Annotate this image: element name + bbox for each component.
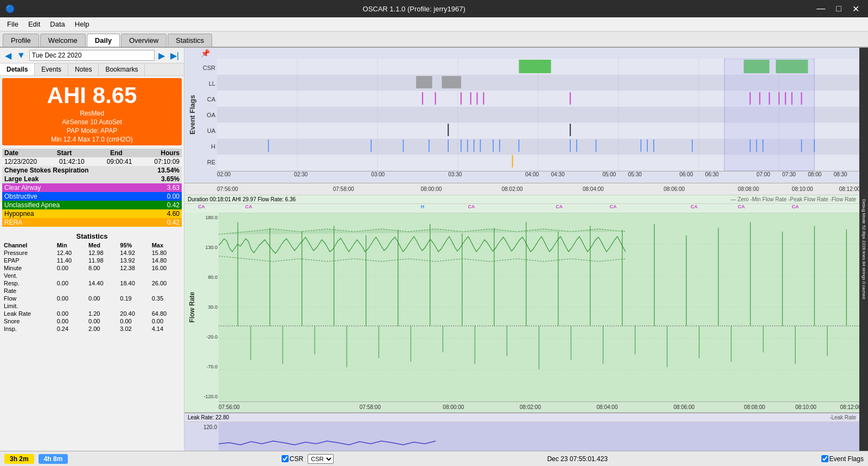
event-flags-body: Event Flags CSR LL CA OA UA H RE [184,59,859,171]
app-icon: 🔵 [5,4,15,13]
session-end: 09:00:41 [107,158,132,165]
tab-overview[interactable]: Overview [121,34,167,47]
zoom-time-1: 07:58:00 [333,186,354,192]
close-button[interactable]: ✕ [849,3,863,15]
zoom-time-4: 08:04:00 [583,186,604,192]
hyp-label: Hypopnea [4,210,34,218]
oa-value: 0.00 [167,193,180,200]
ef-label-ca: CA [200,96,217,103]
session-start: 01:42:10 [59,158,85,165]
table-row: Limit. [2,302,182,310]
subtab-details[interactable]: Details [0,63,35,75]
table-row: Minute0.008.0012.3816.00 [2,264,182,272]
ll-label: Large Leak [4,175,39,183]
status-timestamp: Dec 23 07:55:01.423 [547,455,608,463]
flow-t-2: 08:00:00 [443,404,464,410]
next-date-button[interactable]: ▶ [157,50,167,61]
chart-top-bar: 📌 [184,48,859,59]
flow-ylabel: Flow Rate [184,213,200,401]
ef-time-9: 06:30 [705,171,719,177]
leak-rate-label: Leak Rate: 22.80 [188,414,229,420]
zoom-time-5: 08:06:00 [663,186,685,192]
ef-time-5: 04:30 [551,171,565,177]
csr-dropdown[interactable]: CSR [308,454,334,464]
window-controls: — □ ✕ [813,3,863,15]
table-row: Insp.0.242.003.024.14 [2,325,182,333]
csr-checkbox-label[interactable]: CSR [282,455,303,463]
statusbar: 3h 2m 4h 8m CSR CSR Dec 23 07:55:01.423 … [0,451,868,466]
tab-daily[interactable]: Daily [87,34,120,47]
pin-icon: 📌 [201,49,210,58]
leak-chart: Leak Rate: 22.80 -Leak Rate 120.0 [184,413,859,451]
ef-label-csr: CSR [200,65,217,71]
menu-help[interactable]: Help [71,19,94,29]
zoom-time-8: 08:12:00 [839,186,859,192]
date-input[interactable] [29,50,155,61]
flow-t-4: 08:04:00 [597,404,618,410]
flow-t-6: 08:08:00 [744,404,765,410]
status-center: CSR CSR [282,454,334,464]
menu-data[interactable]: Data [46,19,69,29]
session-hours: 07:10:09 [154,158,180,165]
main-container: ◀ ▼ ▶ ▶| Details Events Notes Bookmarks … [0,48,868,451]
minimize-button[interactable]: — [813,3,828,15]
ef-row-labels: CSR LL CA OA UA H RE [200,59,217,171]
event-ll: Large Leak 3.65% [2,175,182,183]
tab-profile[interactable]: Profile [3,34,39,47]
subtab-bookmarks[interactable]: Bookmarks [99,63,145,75]
leak-y-top: 120.0 [203,424,217,430]
flow-legend: — Zero -Min Flow Rate -Peak Flow Rate -F… [731,196,856,202]
menu-file[interactable]: File [3,19,23,29]
ef-time-12: 08:00 [808,171,821,177]
main-tabbar: Profile Welcome Daily Overview Statistic… [0,31,868,48]
event-flags-checkbox[interactable] [821,455,828,462]
hyp-value: 4.60 [167,210,180,218]
svg-rect-7 [519,60,551,73]
event-flags-label: Event Flags [829,455,864,463]
ef-time-8: 06:00 [679,171,693,177]
flow-t-7: 08:10:00 [795,404,816,410]
csr-checkbox[interactable] [282,455,289,462]
ef-time-1: 02:30 [294,171,308,177]
h-mark-1: H [420,204,424,209]
date-dropdown-button[interactable]: ▼ [15,50,27,60]
svg-rect-11 [442,76,461,88]
tab-welcome[interactable]: Welcome [40,34,86,47]
rera-value: 0.42 [167,219,180,226]
end-header: End [110,149,123,157]
flow-y-axis-label: Flow Rate [188,292,196,323]
ef-label-re: RE [200,159,217,165]
leak-chart-body: 120.0 [184,422,859,451]
ahi-value: AHI 8.65 [4,82,180,108]
zoom-time-3: 08:02:00 [502,186,523,192]
event-flags-label: Event Flags [188,95,196,135]
svg-rect-12 [724,59,814,171]
ca-mark-4: CA [556,204,563,209]
table-row: Snore0.000.000.000.00 [2,317,182,325]
session-header: Date Start End Hours [2,149,182,157]
subtab-events[interactable]: Events [35,63,68,75]
last-date-button[interactable]: ▶| [169,50,181,61]
table-row: Resp.0.0014.4018.4026.00 [2,279,182,287]
event-flags-checkbox-label[interactable]: Event Flags [821,455,864,463]
maximize-button[interactable]: □ [833,3,845,15]
menu-edit[interactable]: Edit [24,19,44,29]
badge-4h8m: 4h 8m [39,454,68,464]
prev-date-button[interactable]: ◀ [3,50,13,61]
tab-statistics[interactable]: Statistics [168,34,212,47]
menubar: File Edit Data Help [0,17,868,31]
subtab-notes[interactable]: Notes [68,63,99,75]
event-csr: Cheyne Stokes Respiration 13.54% [2,166,182,175]
ef-plot [217,59,859,171]
event-oa: Obstructive 0.00 [2,192,182,201]
ahi-brand: ResMed [4,110,180,117]
zoom-time-axis: 07:56:00 07:58:00 08:00:00 08:02:00 08:0… [184,183,859,195]
ahi-mode: PAP Mode: APAP [4,127,180,135]
table-row: Vent. [2,272,182,279]
svg-rect-62 [219,213,859,401]
flow-t-3: 08:02:00 [520,404,541,410]
svg-rect-109 [219,422,859,451]
statistics-table: Channel Min Med 95% Max Pressure12.4012.… [2,241,182,333]
ca-mark-7: CA [738,204,745,209]
flow-duration-info: Duration 00:18:01 AHI 29.97 Flow Rate: 6… [188,196,296,202]
